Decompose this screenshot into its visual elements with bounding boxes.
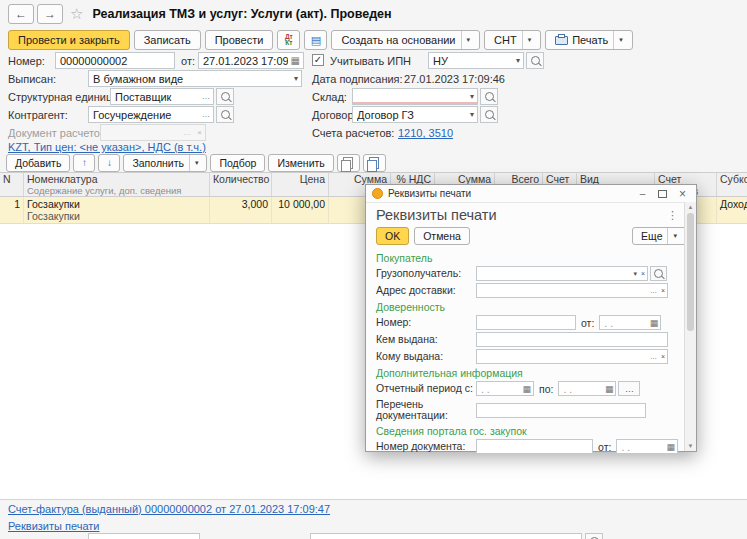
period-more-button[interactable]: …	[618, 381, 640, 396]
issued-by-field[interactable]	[476, 332, 668, 347]
copy-rows-button[interactable]	[337, 154, 360, 172]
chevron-down-icon[interactable]: ▾	[522, 31, 532, 49]
period-to-field[interactable]: . . ▦	[558, 381, 616, 396]
post-and-close-button[interactable]: Провести и закрыть	[8, 30, 130, 50]
add-row-button[interactable]: Добавить	[6, 154, 70, 172]
ellipsis-icon[interactable]: …	[199, 89, 213, 104]
consignee-open-button[interactable]	[650, 266, 667, 281]
column-header-price[interactable]: Цена	[272, 173, 329, 196]
clear-icon[interactable]: ×	[659, 284, 667, 297]
column-header-n[interactable]: N	[0, 173, 24, 196]
print-button[interactable]: Печать ▾	[545, 30, 633, 50]
number-field[interactable]: 00000000002	[55, 52, 175, 69]
paste-rows-button[interactable]	[363, 154, 386, 172]
cell-nomenclature[interactable]: Госзакупки Госзакупки	[24, 197, 210, 223]
document-structure-button[interactable]: ▤	[304, 30, 327, 50]
calendar-icon[interactable]: ▦	[664, 440, 677, 453]
ipn-checkbox[interactable]: ✓	[312, 54, 324, 66]
chevron-down-icon[interactable]: ▾	[291, 71, 301, 86]
warehouse-open-button[interactable]	[480, 88, 498, 105]
clear-icon[interactable]: ×	[659, 350, 667, 363]
clear-icon[interactable]: ×	[639, 267, 647, 280]
calendar-icon[interactable]: ▦	[603, 382, 616, 395]
issued-to-field[interactable]: … ×	[476, 349, 668, 364]
counterparty-open-button[interactable]	[216, 106, 234, 123]
calendar-icon[interactable]: ▦	[520, 382, 533, 395]
write-button[interactable]: Записать	[134, 30, 201, 50]
dialog-titlebar[interactable]: Реквизиты печати – ×	[366, 185, 696, 203]
cell-subconto[interactable]: Доходы	[717, 197, 747, 223]
price-type-link[interactable]: KZT, Тип цен: <не указан>, НДС (в т.ч.)	[8, 141, 206, 153]
cell-quantity[interactable]: 3,000	[210, 197, 272, 223]
chevron-down-icon[interactable]: ▾	[461, 31, 471, 49]
favorite-star-icon[interactable]: ☆	[70, 5, 83, 23]
footer-combo-field[interactable]: ▾	[88, 533, 200, 539]
doc-list-field[interactable]	[476, 403, 646, 418]
portal-doc-number-field[interactable]	[476, 439, 593, 454]
chevron-down-icon[interactable]: ▾	[631, 267, 639, 280]
scrollbar-thumb[interactable]	[687, 213, 694, 331]
print-details-link[interactable]: Реквизиты печати	[8, 520, 99, 532]
chevron-down-icon[interactable]: ▾	[467, 89, 477, 104]
move-row-down-button[interactable]: ↓	[98, 154, 120, 172]
ok-button[interactable]: OK	[376, 227, 409, 245]
ellipsis-icon[interactable]: …	[648, 284, 659, 297]
clear-icon: ×	[194, 125, 205, 140]
snt-button[interactable]: СНТ ▾	[484, 30, 541, 50]
print-details-dialog: Реквизиты печати – × Реквизиты печати ⋮ …	[365, 184, 697, 452]
chevron-down-icon[interactable]: ▾	[189, 155, 199, 171]
contract-open-button[interactable]	[480, 106, 498, 123]
portal-doc-date-field[interactable]: . . ▦	[616, 439, 678, 454]
invoice-issued-link[interactable]: Счет-фактура (выданный) 00000000002 от 2…	[8, 503, 330, 515]
ellipsis-icon[interactable]: …	[199, 107, 213, 122]
delivery-address-field[interactable]: … ×	[476, 283, 668, 298]
ellipsis-icon[interactable]: …	[648, 350, 659, 363]
cell-price[interactable]: 10 000,00	[272, 197, 329, 223]
structural-unit-open-button[interactable]	[216, 88, 234, 105]
cancel-button[interactable]: Отмена	[414, 227, 470, 245]
poa-number-field[interactable]	[476, 315, 576, 330]
document-date-field[interactable]: 27.01.2023 17:09:46 ▦	[198, 52, 304, 69]
chevron-down-icon[interactable]: ▾	[667, 228, 677, 244]
structural-unit-field[interactable]: Поставщик …	[110, 88, 214, 105]
poa-date-field[interactable]: . . ▦	[599, 315, 661, 330]
chevron-down-icon[interactable]: ▾	[189, 534, 199, 539]
ipn-mode-field[interactable]: НУ ▾	[428, 52, 524, 69]
warehouse-field[interactable]: ▾	[352, 88, 478, 105]
fill-button[interactable]: Заполнить ▾	[123, 154, 207, 172]
dialog-scrollbar[interactable]: ▲ ▼	[684, 202, 696, 451]
chevron-down-icon[interactable]: ▾	[467, 107, 477, 122]
close-icon[interactable]: ×	[675, 187, 690, 201]
pick-button[interactable]: Подбор	[210, 154, 265, 172]
footer-text-field[interactable]	[310, 533, 582, 539]
dialog-body: Покупатель Грузополучатель: ▾ × Адрес до…	[366, 252, 696, 454]
issued-form-field[interactable]: В бумажном виде ▾	[88, 70, 302, 87]
counterparty-field[interactable]: Госучреждение …	[88, 106, 214, 123]
create-based-on-button[interactable]: Создать на основании ▾	[331, 30, 480, 50]
consignee-field[interactable]: ▾ ×	[476, 266, 648, 281]
chevron-down-icon[interactable]: ▾	[613, 31, 623, 49]
post-button[interactable]: Провести	[205, 30, 274, 50]
calendar-icon[interactable]: ▦	[648, 316, 661, 329]
column-header-subconto[interactable]: Субконто (БУ) 1	[717, 173, 747, 196]
scroll-down-icon[interactable]: ▼	[688, 441, 694, 451]
minimize-icon[interactable]: –	[635, 188, 650, 199]
column-header-quantity[interactable]: Количество	[210, 173, 272, 196]
scroll-up-icon[interactable]: ▲	[688, 202, 694, 212]
maximize-icon[interactable]	[655, 190, 670, 198]
chevron-down-icon[interactable]: ▾	[513, 53, 523, 68]
contract-field[interactable]: Договор ГЗ ▾	[352, 106, 478, 123]
footer-open-button[interactable]	[585, 533, 603, 539]
show-postings-button[interactable]: ДтКт	[277, 30, 300, 50]
ipn-open-button[interactable]	[526, 52, 544, 69]
more-button[interactable]: Еще ▾	[632, 227, 686, 245]
period-from-field[interactable]: . . ▦	[476, 381, 534, 396]
settlement-accounts-link[interactable]: 1210, 3510	[398, 127, 453, 139]
forward-button[interactable]: →	[37, 4, 63, 24]
edit-button[interactable]: Изменить	[268, 154, 333, 172]
move-row-up-button[interactable]: ↑	[73, 154, 95, 172]
back-button[interactable]: ←	[8, 4, 34, 24]
cell-row-number[interactable]: 1	[0, 197, 24, 223]
calendar-icon[interactable]: ▦	[288, 53, 303, 68]
column-header-nomenclature[interactable]: Номенклатура Содержание услуги, доп. све…	[24, 173, 210, 196]
